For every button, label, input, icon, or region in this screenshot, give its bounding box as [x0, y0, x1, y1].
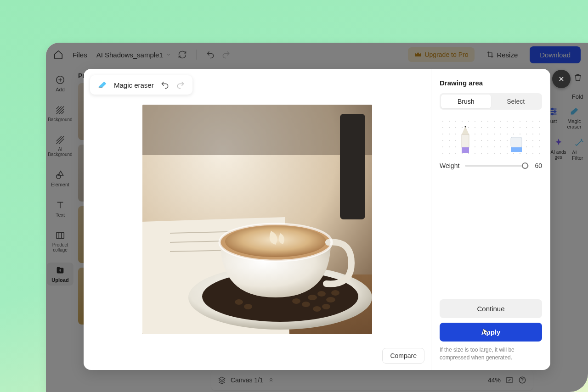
svg-point-26: [331, 290, 339, 296]
weight-slider[interactable]: [465, 165, 529, 167]
svg-rect-37: [511, 137, 522, 147]
weight-row: Weight 60: [440, 162, 542, 169]
close-button[interactable]: [552, 70, 571, 88]
weight-value: 60: [535, 162, 542, 169]
close-icon: [558, 75, 565, 83]
redo-icon[interactable]: [176, 80, 185, 90]
hint-text: If the size is too large, it will be com…: [440, 346, 542, 362]
pencil-tool-icon[interactable]: [456, 124, 475, 154]
compare-button[interactable]: Compare: [382, 348, 424, 364]
svg-point-29: [235, 299, 243, 305]
svg-rect-12: [142, 105, 372, 155]
magic-eraser-modal: Magic eraser: [84, 69, 550, 370]
svg-point-24: [292, 298, 300, 304]
svg-point-20: [308, 295, 317, 300]
canvas-image[interactable]: [142, 105, 372, 334]
select-tab[interactable]: Select: [491, 95, 541, 108]
weight-label: Weight: [440, 162, 459, 169]
undo-icon[interactable]: [160, 80, 170, 90]
svg-rect-36: [462, 147, 469, 153]
svg-point-28: [244, 304, 252, 309]
drawing-area-title: Drawing area: [440, 79, 542, 87]
modal-canvas-area: Magic eraser: [84, 69, 431, 370]
svg-point-23: [326, 297, 335, 302]
continue-button[interactable]: Continue: [440, 299, 542, 318]
eraser-tool-icon[interactable]: [507, 124, 526, 154]
tool-picker: [440, 118, 542, 155]
svg-point-22: [302, 302, 310, 307]
eraser-icon: [97, 80, 107, 90]
svg-rect-13: [340, 114, 365, 219]
mode-segment: Brush Select: [440, 93, 542, 110]
svg-rect-38: [511, 147, 522, 152]
svg-marker-33: [462, 126, 469, 134]
svg-point-25: [322, 304, 330, 309]
modal-settings-panel: Drawing area Brush Select Weight 60 Cont…: [431, 69, 550, 370]
slider-thumb[interactable]: [522, 162, 528, 169]
svg-rect-35: [462, 134, 469, 147]
tool-header: Magic eraser: [90, 75, 192, 95]
svg-point-34: [464, 126, 466, 128]
cursor-icon: [482, 328, 489, 336]
svg-point-21: [317, 291, 326, 297]
brush-tab[interactable]: Brush: [441, 95, 491, 108]
apply-button[interactable]: Apply: [440, 323, 542, 342]
tool-name: Magic eraser: [114, 81, 154, 89]
svg-point-27: [313, 306, 321, 312]
